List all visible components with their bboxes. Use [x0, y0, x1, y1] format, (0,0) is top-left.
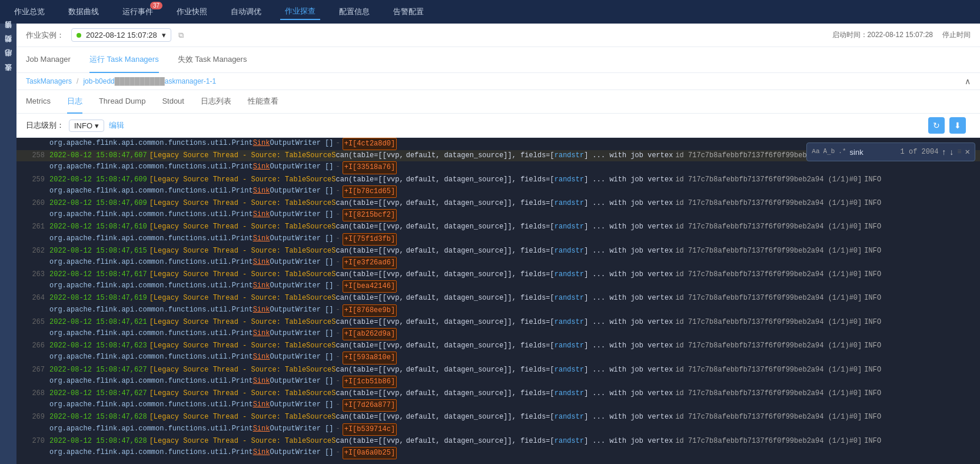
search-next-button[interactable]: ↓: [949, 147, 954, 157]
log-timestamp: 2022-08-12 15:08:47,619: [49, 293, 147, 304]
log-hash: +I[7d26a877]: [343, 399, 397, 412]
log-timestamp: 2022-08-12 15:08:47,627: [49, 388, 147, 399]
log-line: 2592022-08-12 15:08:47,609[Legacy Source…: [16, 174, 980, 185]
log-hash: +I[75f1d3fb]: [343, 233, 397, 246]
log-line: org.apache.flink.api.common.functions.ut…: [16, 423, 980, 436]
log-level-tag: INFO: [864, 340, 881, 352]
log-hash-highlighted: +I[4ct2a8d0]: [343, 138, 397, 150]
log-level-tag: INFO: [864, 246, 881, 257]
log-class-text: org.apache.flink.api.common.functions.ut…: [49, 280, 334, 293]
log-thread: [Legacy Source Thread - Source: TableSou…: [150, 317, 336, 328]
log-line: 2612022-08-12 15:08:47,610[Legacy Source…: [16, 221, 980, 233]
log-level-tag: INFO: [864, 388, 881, 399]
log-level-value: INFO: [74, 121, 92, 130]
sub-tab-performance[interactable]: 性能查看: [248, 90, 278, 114]
tab-job-manager[interactable]: Job Manager: [26, 47, 71, 73]
nav-config[interactable]: 配置信息: [334, 4, 374, 19]
log-class-text: org.apache.flink.api.common.functions.ut…: [49, 257, 334, 269]
events-badge: 37: [150, 2, 162, 9]
log-thread: [Legacy Source Thread - Source: TableSou…: [150, 436, 336, 447]
log-timestamp: 2022-08-12 15:08:47,628: [49, 436, 147, 447]
edit-log-level-button[interactable]: 编辑: [109, 120, 124, 131]
nav-autotune[interactable]: 自动调优: [226, 4, 266, 19]
log-thread: [Legacy Source Thread - Source: TableSou…: [150, 269, 336, 280]
sub-tab-log-list[interactable]: 日志列表: [201, 90, 231, 114]
log-class-text: org.apache.flink.api.common.functions.ut…: [49, 447, 334, 459]
log-line: org.apache.flink.api.common.functions.ut…: [16, 304, 980, 317]
breadcrumb-path[interactable]: job-b0edd██████████askmanager-1-1: [83, 77, 216, 85]
nav-snapshot[interactable]: 作业快照: [172, 4, 212, 19]
side-tab-language[interactable]: 语言切换: [1, 28, 16, 40]
log-hash: +I[bea42146]: [343, 280, 397, 293]
line-number: [24, 209, 45, 221]
log-level-select[interactable]: INFO ▾: [69, 120, 104, 132]
copy-icon[interactable]: ⧉: [178, 31, 184, 40]
tab-failed-task-managers[interactable]: 失效 Task Managers: [178, 47, 247, 73]
log-class-text: org.apache.flink.api.common.functions.ut…: [49, 209, 334, 221]
search-overlay: Aa A̲b .* 1 of 2004 ↑ ↓ ≡ ✕: [806, 142, 975, 161]
log-hash: +I[8768ee9b]: [343, 304, 397, 317]
log-class-text: org.apache.flink.api.common.functions.ut…: [49, 138, 334, 150]
log-hash: +I[8215bcf2]: [343, 209, 397, 221]
log-line: org.apache.flink.api.common.functions.ut…: [16, 376, 980, 388]
line-number: [24, 447, 45, 459]
download-button[interactable]: ⬇: [949, 117, 966, 134]
line-number: [24, 352, 45, 364]
log-level-tag: INFO: [864, 364, 881, 376]
sub-tab-metrics[interactable]: Metrics: [26, 90, 51, 114]
log-timestamp: 2022-08-12 15:08:47,609: [49, 198, 147, 209]
side-tab-settings[interactable]: 个人设置: [1, 71, 16, 82]
log-level-tag: INFO: [864, 174, 881, 185]
log-class-text: org.apache.flink.api.common.functions.ut…: [49, 399, 334, 412]
search-option-case[interactable]: Aa: [812, 147, 819, 157]
collapse-icon[interactable]: ∧: [965, 77, 971, 86]
search-input[interactable]: [850, 148, 897, 157]
line-number: [24, 376, 45, 388]
log-level-tag: INFO: [864, 436, 881, 447]
log-thread: [Legacy Source Thread - Source: TableSou…: [150, 174, 336, 185]
nav-explore[interactable]: 作业探查: [280, 4, 320, 20]
log-level-tag: INFO: [864, 293, 881, 304]
nav-events[interactable]: 运行事件 37: [118, 4, 158, 19]
line-number: 264: [24, 293, 45, 304]
sub-tab-thread-dump[interactable]: Thread Dump: [99, 90, 145, 114]
log-level-tag: INFO: [864, 269, 881, 280]
nav-overview[interactable]: 作业总览: [9, 4, 49, 19]
log-level-bar: 日志级别： INFO ▾ 编辑 ↻ ⬇: [16, 114, 980, 138]
search-prev-button[interactable]: ↑: [942, 147, 946, 157]
search-close-button[interactable]: ✕: [965, 145, 970, 158]
refresh-button[interactable]: ↻: [928, 117, 945, 134]
instance-select[interactable]: 2022-08-12 15:07:28 ▾: [71, 28, 171, 42]
instance-bar: 作业实例： 2022-08-12 15:07:28 ▾ ⧉ 启动时间：2022-…: [16, 24, 980, 47]
sub-tab-log[interactable]: 日志: [67, 90, 82, 114]
log-line: 2702022-08-12 15:08:47,628[Legacy Source…: [16, 436, 980, 447]
log-level-label: 日志级别：: [26, 120, 64, 131]
line-number: 261: [24, 221, 45, 233]
log-area[interactable]: Aa A̲b .* 1 of 2004 ↑ ↓ ≡ ✕ org.apache.f…: [16, 138, 980, 464]
log-line: org.apache.flink.api.common.functions.ut…: [16, 185, 980, 198]
search-option-word[interactable]: A̲b: [823, 147, 835, 157]
side-tab-help[interactable]: 帮助文档: [1, 42, 16, 54]
tab-running-task-managers[interactable]: 运行 Task Managers: [89, 47, 159, 73]
line-number: [24, 280, 45, 293]
log-timestamp: 2022-08-12 15:08:47,607: [49, 150, 147, 161]
line-number: 259: [24, 174, 45, 185]
sub-tab-stdout[interactable]: Stdout: [162, 90, 184, 114]
log-thread: [Legacy Source Thread - Source: TableSou…: [150, 221, 336, 233]
search-option-regex[interactable]: .*: [838, 147, 846, 157]
start-time: 启动时间：2022-08-12 15:07:28: [832, 30, 933, 40]
log-timestamp: 2022-08-12 15:08:47,628: [49, 412, 147, 423]
log-timestamp: 2022-08-12 15:08:47,617: [49, 269, 147, 280]
log-hash: +I[ab262d9a]: [343, 328, 397, 340]
side-tab-messages[interactable]: 消息中心: [1, 57, 16, 68]
log-line: 2642022-08-12 15:08:47,619[Legacy Source…: [16, 293, 980, 304]
log-line: org.apache.flink.api.common.functions.ut…: [16, 257, 980, 269]
line-number: [24, 233, 45, 246]
log-thread: [Legacy Source Thread - Source: TableSou…: [150, 198, 336, 209]
log-timestamp: 2022-08-12 15:08:47,610: [49, 221, 147, 233]
log-line: org.apache.flink.api.common.functions.ut…: [16, 280, 980, 293]
nav-datacurve[interactable]: 数据曲线: [64, 4, 104, 19]
sub-tabs: Metrics 日志 Thread Dump Stdout 日志列表 性能查看: [16, 90, 980, 114]
nav-alert[interactable]: 告警配置: [388, 4, 428, 19]
breadcrumb-root[interactable]: TaskManagers: [26, 77, 72, 85]
